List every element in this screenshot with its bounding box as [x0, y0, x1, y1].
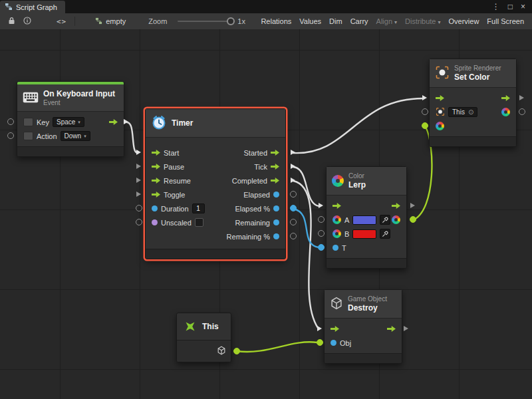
gameobject-output-port[interactable] [217, 346, 226, 356]
graph-canvas[interactable]: On Keyboard Input Event Key Space▾ [0, 29, 532, 399]
ext-port-timer-completed[interactable] [291, 178, 295, 183]
ext-port-timer-duration[interactable] [136, 205, 142, 211]
ext-port-timer-elapsed[interactable] [290, 191, 297, 198]
ext-port-lerp-flow-in[interactable] [319, 203, 323, 208]
ext-port-timer-resume[interactable] [136, 178, 141, 183]
lock-button[interactable] [4, 15, 19, 27]
target-object-field[interactable]: This⊙ [448, 107, 477, 117]
ext-port-destroy-flow-out[interactable] [404, 326, 408, 331]
ext-port-setcolor-this[interactable] [422, 108, 428, 115]
ext-port-setcolor-out[interactable] [519, 108, 525, 115]
unscaled-checkbox[interactable] [195, 218, 203, 227]
data-output-port[interactable] [273, 205, 279, 211]
flow-input-port[interactable] [152, 178, 160, 184]
ext-port-timer-start[interactable] [136, 150, 141, 155]
color-input-port[interactable] [436, 122, 444, 130]
close-icon[interactable]: × [521, 2, 525, 11]
ext-port-timer-tick[interactable] [291, 164, 295, 169]
wire-this-to-destroy-obj[interactable] [237, 342, 317, 352]
overview-button[interactable]: Overview [445, 16, 483, 27]
node-this[interactable]: This [176, 313, 231, 362]
flow-input-port[interactable] [331, 326, 339, 332]
ext-port-setcolor-color[interactable] [422, 122, 428, 129]
ports-collapse-button[interactable]: <> [53, 16, 70, 27]
distribute-button[interactable]: Distribute▾ [401, 16, 444, 27]
flow-input-port[interactable] [152, 192, 160, 198]
node-on-keyboard-input[interactable]: On Keyboard Input Event Key Space▾ [17, 81, 124, 157]
flow-input-port[interactable] [152, 150, 160, 156]
ext-port-lerp-t[interactable] [318, 244, 325, 251]
align-button[interactable]: Align▾ [372, 16, 401, 27]
ext-port-timer-elapsed-pct[interactable] [290, 205, 297, 211]
ext-port-timer-started[interactable] [291, 150, 295, 155]
flow-output-port[interactable] [271, 150, 279, 156]
ext-port-timer-toggle[interactable] [136, 192, 141, 197]
node-set-color[interactable]: Sprite Renderer Set Color This⊙ [429, 59, 517, 147]
data-input-port[interactable] [332, 245, 338, 251]
ext-port-lerp-flow-out[interactable] [410, 203, 415, 208]
color-output-port[interactable] [392, 215, 400, 224]
node-timer[interactable]: Timer Start Started Pause Tick Resume Co… [145, 108, 286, 259]
ext-port-timer-pause[interactable] [136, 164, 141, 169]
color-input-port[interactable] [332, 229, 341, 238]
ext-port-timer-remaining[interactable] [290, 219, 297, 225]
ext-port-destroy-flow-in[interactable] [317, 326, 322, 331]
values-button[interactable]: Values [295, 16, 325, 27]
ext-port-timer-remaining-pct[interactable] [290, 233, 297, 239]
flow-output-port[interactable] [109, 119, 118, 125]
duration-value-field[interactable]: 1 [192, 203, 205, 213]
ext-port-setcolor-flow-out[interactable] [519, 95, 524, 100]
ext-port-action-input[interactable] [7, 132, 14, 139]
tab-script-graph[interactable]: Script Graph [0, 1, 65, 13]
ext-port-lerp-b[interactable] [318, 230, 325, 237]
eyedropper-icon[interactable] [380, 215, 390, 225]
flow-input-port[interactable] [152, 164, 160, 170]
data-output-port[interactable] [273, 233, 279, 239]
dim-button[interactable]: Dim [325, 16, 346, 27]
ext-port-this-out[interactable] [233, 348, 240, 354]
maximize-icon[interactable]: □ [508, 2, 513, 11]
flow-input-port[interactable] [436, 95, 444, 101]
wire-tick-to-lerp-flow[interactable] [293, 167, 319, 206]
window-controls: ⋮ □ × [492, 0, 532, 13]
zoom-slider-handle[interactable] [227, 17, 235, 25]
carry-button[interactable]: Carry [346, 16, 372, 27]
ext-port-lerp-a[interactable] [318, 216, 325, 223]
graph-breadcrumb[interactable]: empty [91, 16, 130, 27]
node-destroy[interactable]: Game Object Destroy Obj [324, 289, 402, 364]
color-b-swatch[interactable] [352, 229, 376, 239]
flow-output-port[interactable] [392, 203, 400, 209]
action-dropdown[interactable]: Down▾ [61, 131, 90, 141]
info-button[interactable] [19, 15, 35, 27]
color-input-port[interactable] [332, 215, 341, 224]
data-input-port[interactable] [152, 205, 158, 211]
ext-port-setcolor-flow-in[interactable] [422, 95, 427, 100]
flow-output-port[interactable] [271, 164, 279, 170]
data-output-port[interactable] [273, 219, 279, 225]
wire-elapsedpct-to-lerp-t[interactable] [293, 209, 319, 247]
color-output-port[interactable] [501, 108, 510, 116]
node-color-lerp[interactable]: Color Lerp A [326, 166, 407, 269]
ext-port-destroy-obj[interactable] [317, 339, 323, 346]
eyedropper-icon[interactable] [380, 229, 390, 239]
relations-button[interactable]: Relations [257, 16, 295, 27]
wire-started-to-setcolor-flow[interactable] [293, 98, 423, 153]
color-a-swatch[interactable] [352, 215, 376, 225]
flow-output-port[interactable] [501, 95, 510, 101]
flow-output-port[interactable] [387, 326, 396, 332]
flow-input-port[interactable] [332, 203, 341, 209]
zoom-slider[interactable] [178, 21, 232, 22]
data-output-port[interactable] [273, 192, 279, 198]
kebab-menu-icon[interactable]: ⋮ [492, 2, 500, 11]
ext-port-key-input[interactable] [7, 118, 14, 125]
data-input-port[interactable] [331, 340, 336, 346]
ext-port-lerp-result[interactable] [410, 216, 416, 223]
wire-keyboard-to-timer-start[interactable] [127, 122, 138, 153]
flow-output-port[interactable] [271, 178, 279, 184]
ext-port-timer-unscaled[interactable] [136, 219, 142, 225]
sprite-renderer-mini-icon [436, 107, 445, 118]
key-dropdown[interactable]: Space▾ [53, 117, 84, 127]
bool-input-port[interactable] [152, 219, 158, 225]
fullscreen-button[interactable]: Full Screen [483, 16, 528, 27]
ext-port-keyboard-flow-out[interactable] [124, 119, 128, 124]
